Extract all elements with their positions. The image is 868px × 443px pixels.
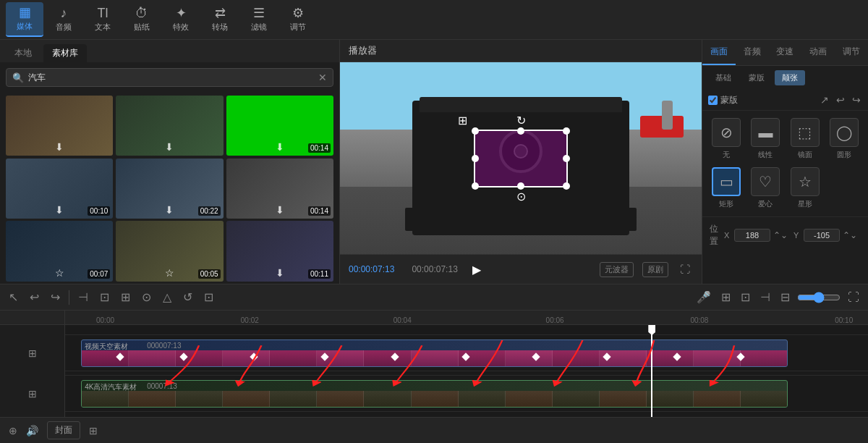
- download-icon-6[interactable]: ⬇: [276, 204, 284, 216]
- mask-handle-tm[interactable]: [517, 127, 524, 135]
- shape-box-linear[interactable]: ▬: [751, 118, 780, 147]
- shape-box-star[interactable]: ☆: [791, 167, 820, 196]
- shape-box-none[interactable]: ⊘: [712, 118, 741, 147]
- download-icon-5[interactable]: ⬇: [165, 204, 174, 216]
- original-button[interactable]: 原剧: [642, 262, 668, 277]
- media-item-8[interactable]: 00:05 ☆: [116, 221, 223, 281]
- split-tool[interactable]: ⊣: [75, 289, 91, 305]
- download-icon-3[interactable]: ⬇: [276, 141, 284, 153]
- clip-2[interactable]: 4K高清汽车素材 00007:13: [81, 380, 788, 408]
- kf-1-1[interactable]: [179, 353, 187, 360]
- add-track-icon[interactable]: ⊕: [9, 425, 17, 436]
- media-item-3[interactable]: 00:14 ⬇: [226, 96, 333, 156]
- media-item-7[interactable]: 00:07 ☆: [6, 221, 113, 281]
- mask-handle-bl[interactable]: [472, 182, 479, 190]
- shape-box-rect[interactable]: ▭: [712, 167, 741, 196]
- shape-box-heart[interactable]: ♡: [751, 167, 780, 196]
- restore-button[interactable]: 元波器: [600, 262, 634, 277]
- media-item-1[interactable]: ⬇: [6, 96, 113, 156]
- x-input[interactable]: [734, 229, 770, 242]
- tab-local[interactable]: 本地: [6, 44, 41, 62]
- y-input[interactable]: [804, 229, 840, 242]
- media-item-4[interactable]: 00:10 ⬇: [6, 159, 113, 219]
- link-icon[interactable]: ⊡: [738, 289, 753, 305]
- shape-box-mirror[interactable]: ⬚: [791, 118, 820, 147]
- mask-overlay[interactable]: ↻ ⊞ ⊙: [474, 130, 568, 187]
- fullscreen-icon[interactable]: ⛶: [677, 261, 693, 278]
- media-item-6[interactable]: 00:14 ⬇: [226, 159, 333, 219]
- kf-1-9[interactable]: [736, 353, 744, 360]
- shape-box-circle[interactable]: ◯: [830, 118, 859, 147]
- x-stepper[interactable]: ⌃⌄: [773, 230, 788, 240]
- kf-1-5[interactable]: [461, 353, 469, 360]
- redo-icon[interactable]: ↪: [851, 93, 862, 107]
- audio-track-icon[interactable]: 🔊: [26, 425, 38, 436]
- download-icon-4[interactable]: ⬇: [55, 204, 64, 216]
- nav-item-filter[interactable]: ☰ 滤镜: [240, 2, 278, 37]
- cursor-tool[interactable]: ↖: [6, 289, 21, 305]
- shape-star[interactable]: ☆ 星形: [788, 167, 822, 209]
- mask-handle-lm[interactable]: [472, 155, 479, 162]
- shape-mirror[interactable]: ⬚ 镜面: [788, 118, 822, 160]
- nav-item-transition[interactable]: ⇄ 转场: [201, 2, 239, 37]
- kf-1-3[interactable]: [320, 353, 328, 360]
- shape-heart[interactable]: ♡ 爱心: [749, 167, 782, 209]
- copy-tool[interactable]: ⊞: [118, 289, 133, 305]
- mask-flip-icon[interactable]: ⊙: [516, 190, 526, 203]
- rotate-tool[interactable]: ↺: [180, 289, 195, 305]
- kf-1-4[interactable]: [391, 353, 399, 360]
- kf-1-7[interactable]: [603, 353, 610, 360]
- media-item-9[interactable]: 00:11 ⬇: [226, 221, 333, 281]
- playhead[interactable]: [651, 325, 652, 417]
- kf-1-6[interactable]: [532, 353, 540, 360]
- tab-audio-r[interactable]: 音频: [736, 40, 769, 65]
- mask-handle-bm[interactable]: [517, 182, 524, 190]
- tab-adjust[interactable]: 调节: [835, 40, 868, 65]
- mask-resize-icon[interactable]: ⊞: [458, 114, 467, 127]
- mic-icon[interactable]: 🎤: [694, 289, 714, 305]
- crop-tool[interactable]: ⊡: [201, 289, 216, 305]
- fullscreen-tl[interactable]: ⛶: [845, 290, 862, 305]
- tab-speed[interactable]: 变速: [769, 40, 802, 65]
- redo-tl[interactable]: ↪: [48, 289, 63, 305]
- shape-linear[interactable]: ▬ 线性: [749, 118, 782, 160]
- zoom-in-icon[interactable]: ⊞: [718, 289, 733, 305]
- nav-item-media[interactable]: ▦ 媒体: [6, 2, 43, 37]
- tab-library[interactable]: 素材库: [43, 44, 87, 62]
- expand-icon[interactable]: ↗: [819, 93, 830, 107]
- y-stepper[interactable]: ⌃⌄: [843, 230, 857, 240]
- search-input[interactable]: [28, 72, 314, 83]
- mask-checkbox[interactable]: [708, 96, 718, 105]
- loop-tool[interactable]: ⊙: [139, 289, 154, 305]
- shape-circle[interactable]: ◯ 圆形: [827, 118, 861, 160]
- nav-item-adjust[interactable]: ⚙ 调节: [279, 2, 317, 37]
- kf-1-2[interactable]: [250, 353, 258, 360]
- mask-checkbox-label[interactable]: 蒙版: [708, 94, 738, 106]
- cover-label[interactable]: 封面: [47, 421, 80, 439]
- shape-none[interactable]: ⊘ 无: [710, 118, 743, 160]
- delete-tool[interactable]: ⊡: [97, 289, 112, 305]
- kf-1-0[interactable]: [116, 353, 124, 360]
- nav-item-audio[interactable]: ♪ 音频: [45, 2, 82, 37]
- nav-item-text[interactable]: Tl 文本: [84, 2, 122, 37]
- nav-item-effect[interactable]: ✦ 特效: [162, 2, 200, 37]
- kf-1-8[interactable]: [673, 353, 681, 360]
- mask-handle-rm[interactable]: [563, 155, 570, 162]
- mask-handle-tl[interactable]: [472, 127, 479, 135]
- clip-1[interactable]: 视频天空素材 000007:13: [81, 339, 788, 367]
- undo-icon[interactable]: ↩: [835, 93, 846, 107]
- download-icon-2[interactable]: ⬇: [165, 141, 174, 153]
- subtab-expand[interactable]: 颠张: [775, 70, 805, 85]
- search-close-icon[interactable]: ✕: [318, 72, 327, 83]
- tab-canvas[interactable]: 画面: [702, 40, 736, 65]
- download-icon-1[interactable]: ⬇: [55, 141, 64, 153]
- subtab-mask[interactable]: 蒙版: [741, 70, 772, 85]
- download-icon-9[interactable]: ⬇: [276, 267, 284, 279]
- play-button[interactable]: ▶: [467, 259, 487, 279]
- mirror-tool[interactable]: △: [160, 289, 174, 305]
- layout-icon[interactable]: ⊞: [89, 425, 98, 436]
- undo-tl[interactable]: ↩: [27, 289, 42, 305]
- mask-rotate-handle[interactable]: ↻: [516, 114, 526, 127]
- shape-rect[interactable]: ▭ 矩形: [710, 167, 743, 209]
- media-item-5[interactable]: 00:22 ⬇: [116, 159, 223, 219]
